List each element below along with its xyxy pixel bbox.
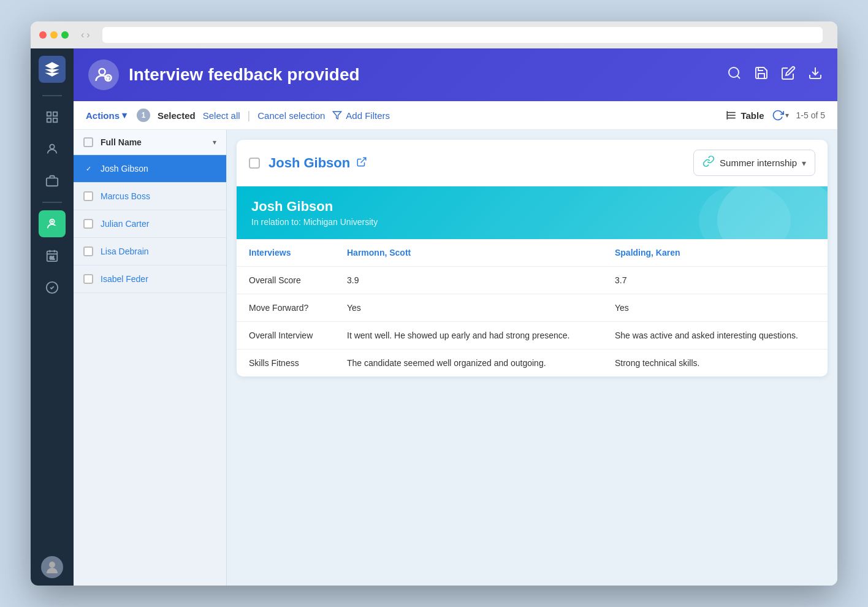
list-column-title: Full Name [101, 137, 142, 147]
close-button[interactable] [39, 31, 47, 39]
maximize-button[interactable] [61, 31, 69, 39]
svg-point-18 [729, 67, 739, 77]
address-bar[interactable] [102, 27, 823, 43]
external-link-icon[interactable] [356, 156, 367, 170]
refresh-dropdown-arrow: ▾ [785, 111, 789, 120]
sidebar-item-people[interactable] [39, 136, 66, 162]
jobs-icon [45, 174, 59, 188]
row-label-3: Skills Fitness [237, 349, 335, 377]
svg-rect-2 [47, 118, 51, 122]
user-avatar[interactable] [41, 556, 63, 578]
job-badge-text: Summer internship [720, 158, 797, 168]
select-all-button[interactable]: Select all [203, 110, 240, 121]
candidate-name-marcus: Marcus Boss [101, 191, 150, 201]
filter-icon [332, 110, 342, 120]
card-person-name: Josh Gibson [268, 155, 350, 171]
nav-controls[interactable]: ‹ › [81, 29, 90, 40]
candidate-item-isabel[interactable]: Isabel Feder [74, 265, 226, 293]
svg-line-25 [361, 158, 366, 162]
svg-point-8 [54, 226, 58, 229]
selected-label: Selected [158, 110, 196, 121]
row-val1-0: 3.9 [335, 267, 603, 294]
table-label: Table [740, 110, 764, 121]
candidate-item-marcus[interactable]: Marcus Boss [74, 183, 226, 210]
minimize-button[interactable] [50, 31, 58, 39]
row-label-0: Overall Score [237, 267, 335, 294]
app-layout: 31 [31, 48, 837, 586]
svg-rect-3 [53, 118, 57, 122]
sidebar-item-calendar[interactable]: 31 [39, 242, 66, 269]
cancel-selection-button[interactable]: Cancel selection [257, 110, 325, 121]
candidate-list: Full Name ▾ Josh Gibson Marcus Boss Juli… [74, 130, 227, 586]
card-header: Josh Gibson Summer internship ▾ [237, 140, 828, 186]
svg-point-7 [51, 221, 53, 222]
candidate-checkbox-marcus[interactable] [83, 191, 93, 201]
job-badge[interactable]: Summer internship ▾ [693, 150, 815, 176]
row-val2-2: She was active and asked interesting que… [603, 322, 828, 349]
candidate-item-julian[interactable]: Julian Carter [74, 210, 226, 238]
back-icon[interactable]: ‹ [81, 29, 84, 40]
candidate-name-josh: Josh Gibson [101, 164, 148, 174]
content-area: Full Name ▾ Josh Gibson Marcus Boss Juli… [74, 130, 837, 586]
dashboard-icon [45, 110, 59, 124]
candidate-checkbox-julian[interactable] [83, 219, 93, 229]
forward-icon[interactable]: › [86, 29, 89, 40]
table-view-button[interactable]: Table [726, 110, 764, 121]
logo-icon [44, 61, 61, 78]
add-filters-button[interactable]: Add Filters [332, 110, 390, 121]
interview-table: Interviews Harmonn, Scott Spalding, Kare… [237, 239, 828, 376]
table-icon [726, 110, 737, 121]
row-val1-3: The candidate seemed well organized and … [335, 349, 603, 377]
row-label-1: Move Forward? [237, 294, 335, 322]
card-person-checkbox[interactable] [249, 158, 260, 169]
edit-button[interactable] [781, 66, 796, 84]
page-header: Interview feedback provided [74, 48, 837, 101]
main-content: Interview feedback provided [74, 48, 837, 586]
candidate-checkbox-lisa[interactable] [83, 246, 93, 256]
candidate-item-lisa[interactable]: Lisa Debrain [74, 238, 226, 265]
sidebar-divider-1 [42, 95, 62, 96]
candidate-name-julian: Julian Carter [101, 219, 149, 229]
app-window: ‹ › [31, 21, 837, 586]
sidebar-divider-2 [42, 202, 62, 203]
active-icon [45, 217, 59, 231]
app-logo[interactable] [39, 56, 66, 83]
list-header-checkbox[interactable] [83, 137, 93, 147]
row-val2-3: Strong technical skills. [603, 349, 828, 377]
detail-panel: Josh Gibson Summer internship ▾ [227, 130, 837, 586]
sidebar-item-dashboard[interactable] [39, 104, 66, 131]
profile-banner-name: Josh Gibson [251, 199, 813, 215]
job-badge-dropdown-icon[interactable]: ▾ [802, 158, 806, 168]
interviewer1-header: Harmonn, Scott [335, 239, 603, 267]
candidate-item-josh[interactable]: Josh Gibson [74, 155, 226, 183]
candidate-checkbox-josh[interactable] [83, 164, 93, 174]
header-person-icon [94, 66, 113, 84]
filter-label: Add Filters [346, 110, 390, 121]
svg-point-16 [99, 69, 105, 75]
download-button[interactable] [808, 66, 823, 84]
profile-banner-relation: In relation to: Michigan University [251, 217, 813, 227]
row-val1-1: Yes [335, 294, 603, 322]
interview-table-row: Overall Score 3.9 3.7 [237, 267, 828, 294]
row-val1-2: It went well. He showed up early and had… [335, 322, 603, 349]
column-sort-icon[interactable]: ▾ [213, 138, 216, 147]
toolbar: Actions ▾ 1 Selected Select all | Cancel… [74, 101, 837, 130]
actions-button[interactable]: Actions ▾ [86, 110, 127, 121]
search-button[interactable] [727, 66, 742, 84]
refresh-button[interactable]: ▾ [772, 109, 789, 121]
svg-point-15 [49, 562, 55, 568]
svg-rect-5 [47, 178, 58, 186]
candidate-checkbox-isabel[interactable] [83, 274, 93, 284]
row-label-2: Overall Interview [237, 322, 335, 349]
sidebar-item-active[interactable] [39, 210, 66, 237]
candidate-name-lisa: Lisa Debrain [101, 246, 149, 256]
toolbar-divider: | [248, 109, 251, 122]
save-button[interactable] [754, 66, 769, 84]
row-val2-0: 3.7 [603, 267, 828, 294]
sidebar-item-jobs[interactable] [39, 167, 66, 194]
row-val2-1: Yes [603, 294, 828, 322]
svg-text:31: 31 [50, 255, 55, 261]
sidebar-item-tasks[interactable] [39, 274, 66, 301]
window-controls [39, 31, 69, 39]
interviews-header: Interviews [237, 239, 335, 267]
